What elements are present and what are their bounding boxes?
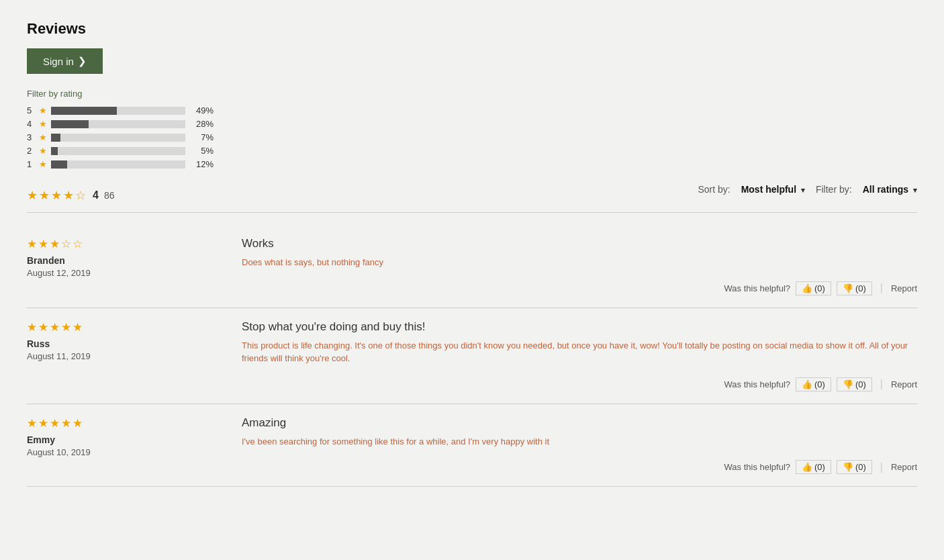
page-container: Reviews Sign in ❯ Filter by rating 5 ★ 4… <box>0 0 944 560</box>
bar-fill-1 <box>51 160 67 169</box>
review-title-3: Amazing <box>242 416 917 430</box>
review-title-2: Stop what you're doing and buy this! <box>242 320 917 334</box>
page-title: Reviews <box>27 20 917 38</box>
thumbs-down-button-2[interactable]: 👎 (0) <box>837 377 872 391</box>
filter-by-dropdown[interactable]: All ratings ▾ <box>863 184 917 195</box>
helpful-row-1: Was this helpful? 👍 (0) 👎 (0) | Report <box>242 281 917 295</box>
was-helpful-label-1: Was this helpful? <box>724 283 791 293</box>
star-icon-2: ★ <box>39 146 47 156</box>
was-helpful-label-3: Was this helpful? <box>724 462 791 472</box>
star-icon-4: ★ <box>39 119 47 129</box>
thumbs-down-button-3[interactable]: 👎 (0) <box>837 460 872 474</box>
bar-pct-2: 5% <box>189 146 214 156</box>
filter-by-rating-label: Filter by rating <box>27 89 917 99</box>
star-num-1: 1 <box>27 159 35 169</box>
bar-pct-4: 28% <box>189 119 214 129</box>
review-right-1: Works Does what is says, but nothing fan… <box>242 237 917 295</box>
report-link-1[interactable]: Report <box>891 283 917 293</box>
sep-1: | <box>880 282 883 294</box>
bar-fill-4 <box>51 120 89 128</box>
thumbs-up-button-1[interactable]: 👍 (0) <box>796 281 831 295</box>
report-link-3[interactable]: Report <box>891 462 917 472</box>
sign-in-button[interactable]: Sign in ❯ <box>27 48 103 74</box>
thumbs-up-icon-2: 👍 <box>802 379 812 389</box>
sort-by-dropdown[interactable]: Most helpful ▾ <box>741 184 805 195</box>
thumbs-down-button-1[interactable]: 👎 (0) <box>837 281 872 295</box>
review-body-2: This product is life changing. It's one … <box>242 339 917 365</box>
sort-filter-row: Sort by: Most helpful ▾ Filter by: All r… <box>698 184 917 195</box>
sort-arrow-icon: ▾ <box>801 186 805 194</box>
bar-bg-1 <box>51 160 185 169</box>
overall-rating-row: ★★★★☆ 4 86 <box>27 188 114 203</box>
review-left-1: ★★★☆☆ Branden August 12, 2019 <box>27 237 242 295</box>
review-body-1: Does what is says, but nothing fancy <box>242 256 917 269</box>
thumbs-down-count-2: (0) <box>855 379 866 389</box>
bar-bg-2 <box>51 147 185 155</box>
rating-bar-1[interactable]: 1 ★ 12% <box>27 159 917 169</box>
overall-stars: ★★★★☆ <box>27 188 87 203</box>
thumbs-up-button-3[interactable]: 👍 (0) <box>796 460 831 474</box>
star-num-5: 5 <box>27 105 35 115</box>
star-icon-1: ★ <box>39 159 47 169</box>
was-helpful-label-2: Was this helpful? <box>724 379 791 389</box>
bar-pct-5: 49% <box>189 105 214 115</box>
sort-by-label: Sort by: <box>698 184 730 195</box>
star-icon-3: ★ <box>39 132 47 142</box>
bar-bg-5 <box>51 107 185 115</box>
sep-2: | <box>880 378 883 390</box>
sign-in-arrow-icon: ❯ <box>78 55 87 67</box>
sep-3: | <box>880 461 883 473</box>
review-left-2: ★★★★★ Russ August 11, 2019 <box>27 320 242 391</box>
star-num-3: 3 <box>27 132 35 142</box>
rating-bar-2[interactable]: 2 ★ 5% <box>27 146 917 156</box>
report-link-2[interactable]: Report <box>891 379 917 389</box>
rating-bar-5[interactable]: 5 ★ 49% <box>27 105 917 115</box>
bar-bg-4 <box>51 120 185 128</box>
star-num-2: 2 <box>27 146 35 156</box>
bar-pct-3: 7% <box>189 132 214 142</box>
review-date-3: August 10, 2019 <box>27 447 228 457</box>
thumbs-down-icon-1: 👎 <box>843 283 853 293</box>
review-stars-1: ★★★☆☆ <box>27 237 228 251</box>
overall-number: 4 <box>93 189 99 201</box>
star-num-4: 4 <box>27 119 35 129</box>
helpful-row-3: Was this helpful? 👍 (0) 👎 (0) | Report <box>242 460 917 474</box>
review-body-3: I've been searching for something like t… <box>242 435 917 449</box>
review-date-1: August 12, 2019 <box>27 268 228 278</box>
review-right-3: Amazing I've been searching for somethin… <box>242 416 917 475</box>
review-date-2: August 11, 2019 <box>27 351 228 361</box>
star-icon-5: ★ <box>39 105 47 115</box>
review-left-3: ★★★★★ Emmy August 10, 2019 <box>27 416 242 475</box>
filter-by-label: Filter by: <box>816 184 852 195</box>
sign-in-label: Sign in <box>43 56 74 67</box>
bar-fill-5 <box>51 107 117 115</box>
thumbs-up-count-3: (0) <box>814 462 825 472</box>
review-item: ★★★★★ Emmy August 10, 2019 Amazing I've … <box>27 404 917 487</box>
review-item: ★★★☆☆ Branden August 12, 2019 Works Does… <box>27 225 917 308</box>
bar-bg-3 <box>51 134 185 142</box>
thumbs-down-count-3: (0) <box>855 462 866 472</box>
thumbs-down-icon-3: 👎 <box>843 462 853 472</box>
thumbs-up-count-2: (0) <box>814 379 825 389</box>
bar-fill-3 <box>51 134 60 142</box>
thumbs-up-button-2[interactable]: 👍 (0) <box>796 377 831 391</box>
bar-fill-2 <box>51 147 58 155</box>
bar-pct-1: 12% <box>189 159 214 169</box>
review-item: ★★★★★ Russ August 11, 2019 Stop what you… <box>27 308 917 404</box>
thumbs-up-icon-1: 👍 <box>802 283 812 293</box>
rating-bar-3[interactable]: 3 ★ 7% <box>27 132 917 142</box>
reviewer-name-3: Emmy <box>27 434 228 445</box>
rating-bars: 5 ★ 49% 4 ★ 28% 3 ★ 7% 2 ★ <box>27 105 917 169</box>
thumbs-down-icon-2: 👎 <box>843 379 853 389</box>
filter-arrow-icon: ▾ <box>913 186 917 194</box>
main-divider <box>27 212 917 213</box>
helpful-row-2: Was this helpful? 👍 (0) 👎 (0) | Report <box>242 377 917 391</box>
thumbs-up-count-1: (0) <box>814 283 825 293</box>
overall-count: 86 <box>104 190 115 201</box>
review-right-2: Stop what you're doing and buy this! Thi… <box>242 320 917 391</box>
reviewer-name-2: Russ <box>27 338 228 349</box>
thumbs-up-icon-3: 👍 <box>802 462 812 472</box>
review-stars-2: ★★★★★ <box>27 320 228 334</box>
rating-bar-4[interactable]: 4 ★ 28% <box>27 119 917 129</box>
review-stars-3: ★★★★★ <box>27 416 228 430</box>
